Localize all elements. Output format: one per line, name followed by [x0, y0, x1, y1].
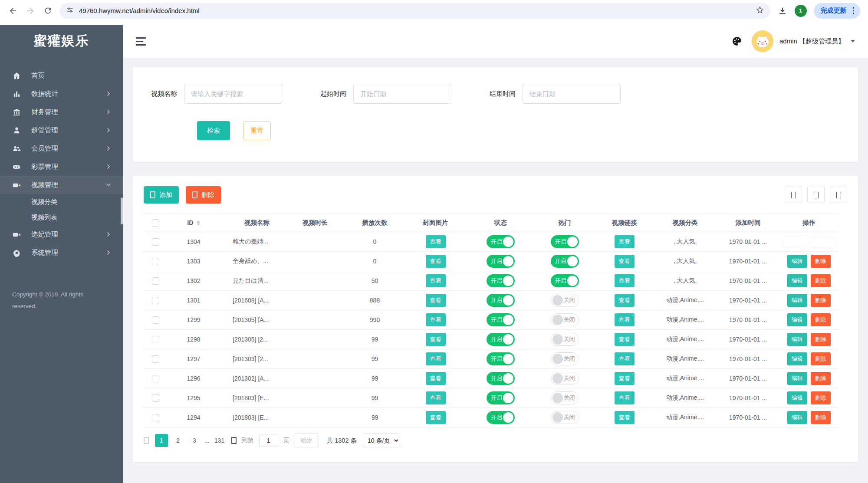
select-all-checkbox[interactable] [152, 219, 159, 227]
hot-toggle[interactable]: 关闭 [551, 411, 579, 424]
table-tool-button-2[interactable] [807, 187, 825, 203]
start-date-input[interactable] [353, 84, 451, 104]
search-button[interactable]: 检索 [197, 121, 230, 140]
sidebar-item-彩票管理[interactable]: 彩票管理 [0, 158, 123, 176]
sidebar-item-超管管理[interactable]: 超管管理 [0, 121, 123, 139]
back-icon[interactable] [8, 6, 18, 16]
delete-row-button[interactable]: 删除 [811, 411, 831, 424]
reload-icon[interactable] [43, 6, 53, 16]
profile-avatar[interactable]: 1 [795, 5, 807, 17]
status-toggle[interactable]: 开启 [487, 235, 515, 248]
view-cover-button[interactable]: 查看 [426, 333, 446, 346]
view-cover-button[interactable]: 查看 [426, 352, 446, 365]
view-link-button[interactable]: 查看 [615, 372, 635, 385]
status-toggle[interactable]: 开启 [487, 372, 515, 385]
row-checkbox[interactable] [152, 316, 159, 324]
view-link-button[interactable]: 查看 [615, 352, 635, 365]
status-toggle[interactable]: 开启 [487, 411, 515, 424]
status-toggle[interactable]: 开启 [487, 274, 515, 287]
row-checkbox[interactable] [152, 355, 159, 363]
browser-menu-icon[interactable] [851, 5, 856, 16]
hot-toggle[interactable]: 关闭 [551, 294, 579, 307]
view-link-button[interactable]: 查看 [615, 333, 635, 346]
view-link-button[interactable]: 查看 [615, 411, 635, 424]
hot-toggle[interactable]: 关闭 [551, 391, 579, 404]
row-checkbox[interactable] [152, 258, 159, 265]
delete-row-button[interactable]: 删除 [811, 274, 831, 287]
hot-toggle[interactable]: 关闭 [551, 372, 579, 385]
row-checkbox[interactable] [152, 375, 159, 382]
batch-delete-button[interactable]: 删除 [186, 186, 221, 204]
page-number-2[interactable]: 2 [171, 434, 184, 447]
bookmark-star-icon[interactable] [756, 6, 764, 16]
reset-button[interactable]: 重置 [243, 121, 271, 140]
edit-button[interactable]: 编辑 [787, 372, 807, 385]
sort-icon[interactable] [197, 220, 200, 226]
hot-toggle[interactable]: 开启 [551, 274, 579, 287]
view-cover-button[interactable]: 查看 [426, 391, 446, 404]
view-link-button[interactable]: 查看 [615, 274, 635, 287]
delete-row-button[interactable]: 删除 [811, 333, 831, 346]
table-tool-button-1[interactable] [785, 187, 802, 203]
edit-button[interactable]: 编辑 [787, 274, 807, 287]
delete-row-button[interactable]: 删除 [811, 313, 831, 326]
page-number-3[interactable]: 3 [188, 434, 201, 447]
next-page-icon[interactable] [231, 437, 237, 444]
hot-toggle[interactable]: 关闭 [551, 352, 579, 365]
view-cover-button[interactable]: 查看 [426, 313, 446, 326]
sidebar-subitem-视频分类[interactable]: 视频分类 [0, 194, 123, 210]
view-link-button[interactable]: 查看 [615, 391, 635, 404]
page-number-131[interactable]: 131 [213, 434, 226, 447]
status-toggle[interactable]: 开启 [487, 391, 515, 404]
hot-toggle[interactable]: 关闭 [551, 313, 579, 326]
view-link-button[interactable]: 查看 [615, 255, 635, 268]
forward-icon[interactable] [25, 6, 36, 16]
sidebar-item-视频管理[interactable]: 视频管理 [0, 176, 123, 194]
end-date-input[interactable] [523, 84, 621, 104]
menu-toggle-icon[interactable] [136, 37, 146, 46]
status-toggle[interactable]: 开启 [487, 294, 515, 307]
view-link-button[interactable]: 查看 [615, 313, 635, 326]
row-checkbox[interactable] [152, 297, 159, 304]
edit-button[interactable]: 编辑 [787, 411, 807, 424]
sidebar-item-数据统计[interactable]: 数据统计 [0, 85, 123, 103]
prev-page-icon[interactable] [144, 437, 149, 444]
video-name-input[interactable] [184, 84, 282, 104]
delete-row-button[interactable]: 删除 [811, 391, 831, 404]
address-bar[interactable]: 49760.hwymw.net/admin/video/index.html [60, 3, 770, 19]
jump-page-input[interactable] [259, 434, 278, 447]
delete-row-button[interactable]: 删除 [811, 372, 831, 385]
url-text[interactable]: 49760.hwymw.net/admin/video/index.html [79, 7, 750, 14]
edit-button[interactable]: 编辑 [787, 352, 807, 365]
status-toggle[interactable]: 开启 [487, 352, 515, 365]
user-menu[interactable]: admin 【超级管理员】 [752, 30, 855, 52]
update-browser-button[interactable]: 完成更新 [814, 3, 861, 19]
row-checkbox[interactable] [152, 414, 159, 421]
sidebar-item-财务管理[interactable]: 财务管理 [0, 103, 123, 121]
sidebar-item-选妃管理[interactable]: 选妃管理 [0, 225, 123, 243]
delete-row-button[interactable]: 删除 [811, 255, 831, 268]
add-button[interactable]: 添加 [144, 186, 179, 204]
row-checkbox[interactable] [152, 394, 159, 402]
edit-button[interactable]: 编辑 [787, 313, 807, 326]
status-toggle[interactable]: 开启 [487, 333, 515, 346]
delete-row-button[interactable]: 删除 [811, 352, 831, 365]
view-link-button[interactable]: 查看 [615, 294, 635, 307]
status-toggle[interactable]: 开启 [487, 255, 515, 268]
row-checkbox[interactable] [152, 336, 159, 343]
sidebar-item-会员管理[interactable]: 会员管理 [0, 139, 123, 158]
row-checkbox[interactable] [152, 238, 159, 246]
sidebar-subitem-视频列表[interactable]: 视频列表 [0, 210, 123, 225]
confirm-jump-button[interactable]: 确定 [295, 434, 319, 447]
edit-button[interactable]: 编辑 [787, 333, 807, 346]
view-cover-button[interactable]: 查看 [426, 255, 446, 268]
page-size-select[interactable]: 10 条/页 [363, 434, 400, 447]
download-icon[interactable] [777, 6, 788, 16]
edit-button[interactable]: 编辑 [787, 255, 807, 268]
row-checkbox[interactable] [152, 277, 159, 285]
column-header[interactable]: ID [168, 214, 220, 232]
page-number-1[interactable]: 1 [155, 434, 168, 447]
hot-toggle[interactable]: 关闭 [551, 333, 579, 346]
view-cover-button[interactable]: 查看 [426, 294, 446, 307]
site-info-icon[interactable] [66, 6, 74, 16]
